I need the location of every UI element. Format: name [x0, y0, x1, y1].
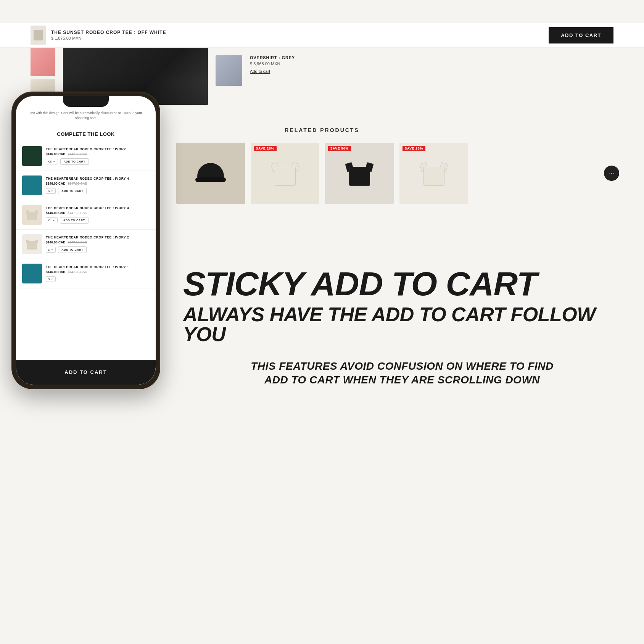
mini-tee-4	[26, 239, 38, 250]
size-arrow-1: ▼	[53, 161, 55, 163]
phone-product-item-4: THE HEARTBREAK RODEO CROP TEE : IVORY 2 …	[16, 230, 156, 259]
sticky-product-name: THE SUNSET RODEO CROP TEE : OFF WHITE	[51, 30, 549, 35]
phone-product-info-3: THE HEARTBREAK RODEO CROP TEE : IVORY 3 …	[46, 206, 150, 224]
sticky-product-thumbnail	[31, 26, 46, 45]
phone-mockup: last with this design. Cost will be auto…	[11, 92, 160, 389]
size-selector-1[interactable]: XS ▼	[46, 159, 58, 164]
related-card-3-image: SAVE 50%	[325, 143, 394, 204]
phone-product-info-1: THE HEARTBREAK RODEO CROP TEE : IVORY $1…	[46, 147, 150, 165]
price-original-4: $147.00 CAD	[68, 240, 87, 244]
size-label-3: XL	[48, 219, 52, 222]
phone-scroll-area: last with this design. Cost will be auto…	[16, 108, 156, 319]
related-card-1-image	[176, 143, 245, 204]
price-current-5: $146.00 CAD	[46, 270, 66, 274]
phone-sticky-add-to-cart-bar[interactable]: ADD TO CART	[16, 360, 156, 385]
price-current-3: $146.00 CAD	[46, 211, 66, 215]
mini-tee-5	[26, 268, 38, 279]
hero-title: STICKY ADD TO CART	[183, 267, 621, 301]
phone-product-thumb-4	[22, 234, 42, 254]
add-to-cart-btn-4[interactable]: ADD TO CART	[58, 246, 87, 253]
hero-subtitle: ALWAYS HAVE THE ADD TO CART FOLLOW YOU	[183, 304, 621, 344]
hat-icon	[195, 161, 226, 186]
size-add-row-1: XS ▼ ADD TO CART	[46, 158, 150, 165]
phone-product-thumb-2	[22, 175, 42, 195]
size-add-row-2: S ▼ ADD TO CART	[46, 188, 150, 194]
size-selector-5[interactable]: S ▼	[46, 276, 56, 282]
size-add-row-4: S ▼ ADD TO CART	[46, 246, 150, 253]
tshirt-light2-icon	[420, 161, 447, 186]
size-add-row-3: XL ▼ ADD TO CART	[46, 217, 150, 224]
add-to-cart-btn-2[interactable]: ADD TO CART	[58, 188, 87, 194]
size-add-row-5: S ▼	[46, 276, 150, 282]
related-card-2-image: SAVE 28%	[251, 143, 319, 204]
related-item-thumbnail	[216, 55, 242, 86]
phone-content: last with this design. Cost will be auto…	[16, 96, 156, 385]
sticky-thumbnail-icon	[34, 30, 43, 40]
save-badge-2: SAVE 28%	[254, 146, 277, 151]
phone-notch	[63, 96, 109, 107]
related-item-name: OVERSHIRT : GREY	[250, 55, 613, 60]
hero-text-area: STICKY ADD TO CART ALWAYS HAVE THE ADD T…	[183, 267, 621, 387]
price-current-4: $146.00 CAD	[46, 240, 66, 244]
phone-product-info-5: THE HEARTBREAK RODEO CROP TEE : IVORY 1 …	[46, 265, 150, 282]
more-products-button[interactable]: ···	[604, 166, 619, 181]
sticky-add-to-cart-button[interactable]: ADD To CaRT	[549, 27, 613, 43]
phone-product-prices-2: $146.00 CAD $147.00 CAD	[46, 182, 150, 185]
thumbnail-1[interactable]	[31, 48, 55, 76]
phone-product-thumb-5	[22, 264, 42, 283]
size-selector-4[interactable]: S ▼	[46, 247, 56, 253]
related-card-3[interactable]: SAVE 50%	[325, 143, 394, 204]
phone-product-info-4: THE HEARTBREAK RODEO CROP TEE : IVORY 2 …	[46, 235, 150, 253]
tshirt-dark-icon	[346, 161, 373, 186]
related-card-2[interactable]: SAVE 28%	[251, 143, 319, 204]
price-original-3: $147.00 CAD	[68, 211, 87, 215]
add-to-cart-btn-1[interactable]: ADD TO CART	[60, 158, 89, 165]
phone-product-name-5: THE HEARTBREAK RODEO CROP TEE : IVORY 1	[46, 265, 150, 269]
size-selector-2[interactable]: S ▼	[46, 188, 56, 194]
size-label-2: S	[48, 189, 50, 193]
phone-product-name-2: THE HEARTBREAK RODEO CROP TEE : IVORY 4	[46, 177, 150, 180]
save-badge-3: SAVE 50%	[328, 146, 351, 151]
related-card-1[interactable]	[176, 143, 245, 204]
phone-product-name-3: THE HEARTBREAK RODEO CROP TEE : IVORY 3	[46, 206, 150, 210]
price-original-2: $147.00 CAD	[68, 182, 87, 185]
phone-product-item-5: THE HEARTBREAK RODEO CROP TEE : IVORY 1 …	[16, 259, 156, 288]
price-current-2: $146.00 CAD	[46, 182, 66, 185]
complete-look-title: COMPLETE THE LOOK	[16, 125, 156, 142]
related-item-info: OVERSHIRT : GREY $ 3,968.00 MXN Add to c…	[250, 55, 613, 74]
sticky-product-price: $ 1,875.00 MXN	[51, 36, 549, 40]
size-arrow-2: ▼	[51, 190, 53, 192]
phone-header-text: last with this design. Cost will be auto…	[16, 108, 156, 125]
related-side-item: OVERSHIRT : GREY $ 3,968.00 MXN Add to c…	[216, 48, 613, 108]
size-label-4: S	[48, 248, 50, 251]
sticky-product-info: THE SUNSET RODEO CROP TEE : OFF WHITE $ …	[51, 30, 549, 40]
phone-product-item-1: THE HEARTBREAK RODEO CROP TEE : IVORY $1…	[16, 142, 156, 171]
phone-screen: last with this design. Cost will be auto…	[16, 96, 156, 385]
phone-product-name-4: THE HEARTBREAK RODEO CROP TEE : IVORY 2	[46, 235, 150, 239]
phone-product-prices-3: $146.00 CAD $147.00 CAD	[46, 211, 150, 215]
size-label-5: S	[48, 277, 50, 281]
price-current-1: $146.00 CAD	[46, 152, 66, 156]
add-to-cart-btn-3[interactable]: ADD TO CART	[60, 217, 89, 224]
size-arrow-5: ▼	[51, 278, 53, 280]
phone-product-item-2: THE HEARTBREAK RODEO CROP TEE : IVORY 4 …	[16, 171, 156, 200]
phone-product-thumb-3	[22, 205, 42, 225]
phone-product-item-3: THE HEARTBREAK RODEO CROP TEE : IVORY 3 …	[16, 200, 156, 230]
mini-tee-3	[26, 209, 38, 220]
phone-product-prices-1: $146.00 CAD $147.00 CAD	[46, 152, 150, 156]
tshirt-light-icon	[272, 161, 298, 186]
related-card-4[interactable]: SAVE 28%	[399, 143, 468, 204]
size-arrow-3: ▼	[53, 219, 55, 222]
phone-product-prices-5: $146.00 CAD $147.00 CAD	[46, 270, 150, 274]
mini-tee-1	[26, 151, 38, 161]
save-badge-4: SAVE 28%	[402, 146, 425, 151]
size-label-1: XS	[48, 160, 52, 163]
price-original-1: $147.00 CAD	[68, 152, 87, 156]
related-item-price: $ 3,968.00 MXN	[250, 61, 613, 66]
phone-product-thumb-1	[22, 146, 42, 166]
price-original-5: $147.00 CAD	[68, 270, 87, 274]
related-add-to-cart-link[interactable]: Add to cart	[250, 69, 613, 74]
related-card-4-image: SAVE 28%	[399, 143, 468, 204]
phone-product-prices-4: $146.00 CAD $147.00 CAD	[46, 240, 150, 244]
size-selector-3[interactable]: XL ▼	[46, 217, 58, 223]
